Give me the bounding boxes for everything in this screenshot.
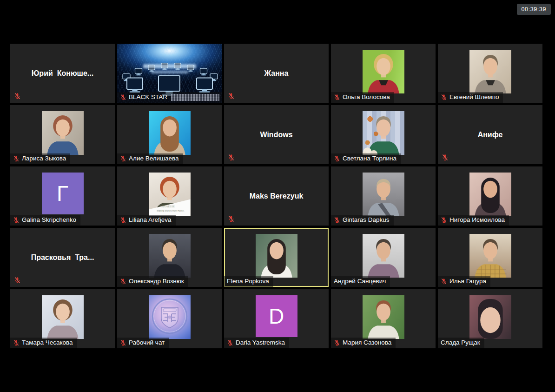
participant-tile-10[interactable]: Анифе	[438, 105, 542, 164]
photo-avatar	[363, 173, 404, 216]
participant-name: Elena Popkova	[227, 278, 269, 285]
participant-label: Илья Гацура	[438, 276, 490, 287]
photo-avatar	[469, 234, 511, 278]
mic-muted-icon	[14, 276, 21, 284]
participant-tile-13[interactable]: Maks Berezyuk	[224, 166, 329, 226]
participant-tile-15[interactable]: Нигора Исмоилова	[438, 166, 542, 226]
participant-tile-6[interactable]: Лариса Зыкова	[10, 105, 115, 164]
svg-text:JEUNESSE: JEUNESSE	[161, 205, 175, 208]
participant-label: Лариса Зыкова	[10, 153, 70, 164]
participant-tile-8[interactable]: Windows	[224, 105, 329, 164]
participant-tile-3[interactable]: Жанна	[224, 44, 329, 103]
mic-muted-icon	[441, 94, 447, 100]
participant-tile-19[interactable]: Андрей Санцевич	[331, 228, 436, 287]
participant-tile-22[interactable]: Рабочий чат	[117, 289, 222, 348]
mic-muted-icon	[14, 92, 21, 100]
mic-muted-icon	[120, 155, 126, 162]
participant-tile-20[interactable]: Илья Гацура	[438, 228, 542, 287]
participant-name: Светлана Торлина	[343, 155, 396, 162]
photo-avatar	[149, 234, 191, 278]
participant-name: Мария Сазонова	[343, 339, 391, 346]
photo-avatar	[149, 111, 191, 155]
participant-tile-9[interactable]: Светлана Торлина	[331, 105, 436, 164]
photo-avatar	[42, 295, 84, 339]
participant-label: Олександр Вознюк	[117, 276, 188, 287]
participant-label: Евгений Шлемпо	[438, 92, 503, 103]
mic-muted-icon	[441, 217, 447, 223]
redacted-name-blur	[171, 94, 219, 101]
participant-label: Gintaras Dapkus	[331, 215, 394, 226]
participant-tile-23[interactable]: D Daria Yastremska	[224, 289, 329, 348]
participant-name: Лариса Зыкова	[22, 155, 66, 162]
participant-tile-14[interactable]: Gintaras Dapkus	[331, 166, 436, 226]
participant-label: Ольга Волосова	[331, 92, 394, 103]
participant-tile-12[interactable]: JEUNESSEMaking Money from Home. Liliana …	[117, 166, 222, 226]
photo-avatar	[363, 50, 404, 93]
participant-label: Нигора Исмоилова	[438, 215, 509, 226]
letter-avatar: Г	[42, 173, 84, 214]
photo-avatar	[469, 295, 511, 339]
mic-muted-icon	[120, 278, 126, 285]
participant-tile-21[interactable]: Тамара Чесакова	[10, 289, 115, 348]
participant-name-centered: Прасковья Тра...	[10, 228, 115, 287]
participant-name: Daria Yastremska	[236, 339, 285, 346]
participant-tile-5[interactable]: Евгений Шлемпо	[438, 44, 542, 103]
participant-name: Нигора Исмоилова	[449, 216, 505, 224]
participant-name: Ольга Волосова	[343, 93, 390, 101]
participant-tile-16[interactable]: Прасковья Тра...	[10, 228, 115, 287]
participant-name: Олександр Вознюк	[129, 278, 184, 285]
participant-label: BLACK STAR	[117, 92, 222, 103]
participant-tile-4[interactable]: Ольга Волосова	[331, 44, 436, 103]
participant-tile-2[interactable]: BLACK STAR	[117, 44, 222, 103]
logo-avatar	[149, 295, 191, 339]
photo-avatar: JEUNESSEMaking Money from Home.	[149, 173, 191, 216]
participant-name-centered: Юрий Конюше...	[10, 44, 115, 103]
mic-muted-icon	[228, 92, 235, 100]
mic-muted-icon	[228, 153, 235, 161]
participant-tile-24[interactable]: Мария Сазонова	[331, 289, 436, 348]
participant-name-centered: Анифе	[438, 105, 542, 164]
photo-avatar	[363, 111, 404, 155]
participant-name: Слада Рущак	[441, 339, 480, 346]
participant-name: Galina Skripchenko	[22, 216, 76, 224]
photo-avatar	[256, 234, 297, 278]
photo-avatar	[363, 295, 404, 339]
participant-label: Galina Skripchenko	[10, 215, 80, 226]
mic-muted-icon	[228, 215, 235, 223]
participant-label: Светлана Торлина	[331, 153, 401, 164]
blurred-watermark-text	[151, 71, 188, 73]
meeting-timer: 00:39:39	[517, 4, 551, 15]
photo-avatar	[363, 234, 404, 278]
mic-muted-icon	[120, 94, 126, 100]
participant-name-centered: Maks Berezyuk	[224, 166, 329, 226]
participant-name: BLACK STAR	[129, 93, 167, 101]
participant-tile-25[interactable]: Слада Рущак	[438, 289, 542, 348]
participant-tile-1[interactable]: Юрий Конюше...	[10, 44, 115, 103]
participant-tile-17[interactable]: Олександр Вознюк	[117, 228, 222, 287]
photo-avatar	[42, 111, 84, 155]
mic-muted-icon	[334, 339, 340, 346]
participant-name: Илья Гацура	[449, 278, 486, 285]
participant-name: Андрей Санцевич	[334, 278, 386, 285]
participant-name: Gintaras Dapkus	[343, 216, 390, 224]
participant-label: Тамара Чесакова	[10, 338, 77, 348]
participant-label: Алие Велишаева	[117, 153, 183, 164]
participant-tile-18[interactable]: Elena Popkova	[224, 228, 329, 287]
participant-label: Liliana Arefjeva	[117, 215, 176, 226]
mic-muted-icon	[334, 94, 340, 100]
participant-label: Мария Сазонова	[331, 338, 396, 348]
mic-muted-icon	[120, 217, 126, 223]
participant-name: Liliana Arefjeva	[129, 216, 172, 224]
mic-muted-icon	[442, 153, 449, 161]
mic-muted-icon	[334, 217, 340, 223]
participant-tile-11[interactable]: Г Galina Skripchenko	[10, 166, 115, 226]
participant-name: Тамара Чесакова	[22, 339, 73, 346]
participant-name-centered: Жанна	[224, 44, 329, 103]
mic-muted-icon	[13, 217, 20, 223]
participant-label: Рабочий чат	[117, 338, 169, 348]
participant-label: Слада Рущак	[438, 338, 484, 348]
participant-name: Рабочий чат	[129, 339, 165, 346]
mic-muted-icon	[13, 339, 20, 346]
mic-muted-icon	[13, 155, 20, 162]
participant-tile-7[interactable]: Алие Велишаева	[117, 105, 222, 164]
